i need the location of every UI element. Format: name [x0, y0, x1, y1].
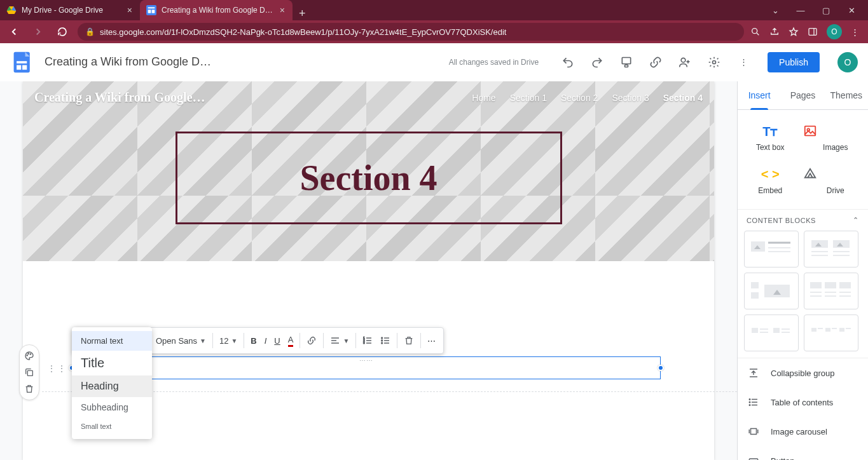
nav-section1[interactable]: Section 1 [510, 93, 547, 103]
insert-toc[interactable]: Table of contents [738, 388, 868, 417]
block-layout-1[interactable] [744, 231, 799, 267]
link-button[interactable] [648, 55, 663, 70]
tab-pages[interactable]: Pages [781, 81, 824, 109]
resize-handle-right[interactable] [658, 365, 664, 371]
insert-drive[interactable]: Drive [803, 159, 869, 203]
font-size: 12 [219, 336, 228, 346]
redo-button[interactable] [589, 55, 605, 70]
italic-button[interactable]: I [261, 330, 271, 351]
block-layout-4[interactable] [804, 273, 858, 309]
reload-button[interactable] [53, 23, 71, 41]
settings-button[interactable] [706, 55, 722, 70]
more-options-button[interactable]: ⋯ [424, 330, 439, 351]
insert-button[interactable]: Button [738, 446, 868, 460]
svg-point-7 [752, 29, 757, 34]
align-button[interactable]: ▼ [326, 330, 353, 351]
drag-handle-icon[interactable]: ⋮⋮ [47, 363, 67, 374]
preview-button[interactable] [619, 55, 634, 70]
minimize-icon[interactable]: ― [794, 6, 807, 15]
text-color-button[interactable]: A [284, 330, 298, 351]
carousel-icon [748, 426, 761, 437]
style-small[interactable]: Small text [72, 417, 152, 435]
tab-themes[interactable]: Themes [825, 81, 868, 109]
hero-title-box[interactable]: Section 4 [176, 132, 562, 224]
star-icon[interactable] [789, 27, 799, 37]
share-people-button[interactable] [677, 55, 692, 70]
svg-text:3: 3 [364, 341, 366, 344]
svg-rect-49 [825, 282, 836, 288]
search-icon[interactable] [750, 27, 761, 37]
hero-title[interactable]: Section 4 [300, 158, 437, 198]
svg-rect-14 [22, 65, 27, 69]
svg-rect-29 [804, 126, 815, 136]
svg-point-18 [713, 60, 716, 64]
drive-favicon [6, 5, 17, 15]
style-subheading[interactable]: Subheading [72, 397, 152, 417]
undo-button[interactable] [560, 55, 575, 70]
grip-icon[interactable]: ⋯⋯ [359, 357, 373, 364]
insert-embed[interactable]: < > Embed [738, 159, 803, 203]
publish-button[interactable]: Publish [768, 52, 820, 72]
svg-point-27 [382, 340, 383, 341]
nav-section3[interactable]: Section 3 [612, 93, 649, 103]
block-layout-5[interactable] [744, 315, 799, 351]
style-normal[interactable]: Normal text [72, 331, 152, 351]
svg-point-71 [749, 405, 750, 406]
nav-section2[interactable]: Section 2 [561, 93, 598, 103]
browser-tab-sites[interactable]: Creating a Wiki from Google Doc... × [140, 0, 293, 20]
close-icon[interactable]: × [127, 5, 132, 15]
palette-button[interactable] [20, 348, 39, 364]
block-layout-2[interactable] [804, 231, 858, 267]
block-layout-6[interactable] [804, 315, 858, 351]
close-window-icon[interactable]: ✕ [845, 6, 858, 15]
share-icon[interactable] [769, 27, 780, 37]
duplicate-button[interactable] [20, 364, 39, 381]
hero-section[interactable]: Creating a Wiki from Google… Home Sectio… [23, 81, 714, 261]
selected-textbox[interactable]: ⋮⋮ ⋯⋯ [72, 356, 661, 379]
font-size-select[interactable]: 12 ▼ [216, 330, 241, 351]
back-button[interactable] [5, 23, 23, 41]
numbered-list-button[interactable]: 123 [359, 330, 376, 351]
chevron-down-icon[interactable]: ⌄ [769, 6, 782, 15]
font-select[interactable]: Open Sans ▼ [152, 330, 210, 351]
insert-carousel[interactable]: Image carousel [738, 417, 868, 446]
svg-rect-48 [810, 282, 822, 288]
svg-point-20 [28, 353, 29, 354]
nav-home[interactable]: Home [472, 93, 495, 103]
svg-rect-36 [811, 240, 828, 248]
address-bar[interactable]: 🔒 sites.google.com/d/1f-lOxDmzdSQH2-NaPg… [78, 23, 744, 41]
menu-icon[interactable]: ⋮ [851, 27, 859, 37]
browser-tab-drive[interactable]: My Drive - Google Drive × [0, 0, 140, 20]
account-avatar[interactable]: O [837, 52, 858, 72]
delete-section-button[interactable] [20, 381, 39, 397]
content-blocks-header[interactable]: CONTENT BLOCKS ⌃ [738, 209, 868, 231]
block-layout-3[interactable] [744, 273, 799, 309]
close-icon[interactable]: × [280, 5, 285, 15]
insert-collapsible[interactable]: Collapsible group [738, 358, 868, 388]
underline-button[interactable]: U [270, 330, 284, 351]
new-tab-button[interactable]: + [293, 7, 312, 20]
insert-textbox[interactable]: Tᴛ Text box [738, 116, 803, 159]
maximize-icon[interactable]: ▢ [820, 6, 832, 15]
tab-insert[interactable]: Insert [738, 81, 781, 109]
style-title[interactable]: Title [72, 351, 152, 375]
document-title[interactable]: Creating a Wiki from Google D… [45, 55, 440, 69]
collapsible-icon [748, 367, 761, 379]
svg-rect-57 [752, 328, 758, 333]
profile-avatar[interactable]: O [827, 24, 842, 39]
delete-button[interactable] [400, 330, 418, 351]
bullet-list-button[interactable] [376, 330, 394, 351]
style-heading[interactable]: Heading [72, 375, 152, 397]
more-button[interactable]: ⋮ [736, 55, 751, 70]
svg-rect-15 [622, 57, 630, 64]
insert-images[interactable]: Images [803, 116, 869, 159]
bold-button[interactable]: B [247, 330, 260, 351]
nav-section4[interactable]: Section 4 [663, 93, 703, 103]
textbox-icon: Tᴛ [738, 124, 803, 139]
sites-logo[interactable] [10, 50, 36, 75]
insert-link-button[interactable] [303, 330, 320, 351]
tab-title: My Drive - Google Drive [22, 6, 122, 15]
site-title[interactable]: Creating a Wiki from Google… [34, 90, 205, 105]
forward-button[interactable] [29, 23, 47, 41]
side-panel-icon[interactable] [808, 27, 818, 37]
